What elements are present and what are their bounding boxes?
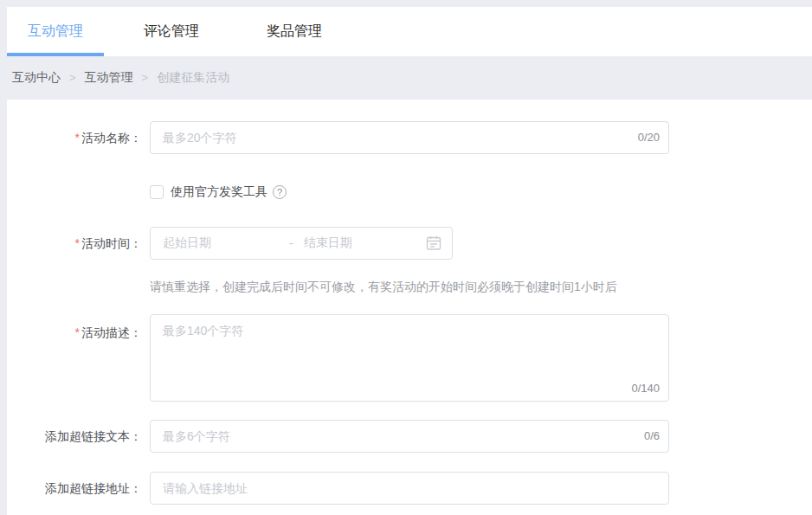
breadcrumb-interaction-management[interactable]: 互动管理 [85, 70, 133, 86]
top-tab-bar: 互动管理 评论管理 奖品管理 [7, 7, 812, 56]
end-date-field[interactable]: 结束日期 [304, 235, 426, 251]
activity-name-row: *活动名称： 0/20 [7, 121, 812, 154]
help-question-icon[interactable]: ? [273, 185, 287, 199]
hyperlink-url-input[interactable] [150, 472, 669, 505]
date-range-separator: - [289, 236, 293, 250]
official-tool-label: 使用官方发奖工具 [171, 184, 267, 200]
required-marker: * [75, 131, 80, 145]
activity-name-input[interactable] [150, 121, 669, 154]
hyperlink-text-row: 添加超链接文本： 0/6 [7, 420, 812, 453]
hyperlink-text-label: 添加超链接文本： [7, 420, 142, 453]
breadcrumb-create-activity: 创建征集活动 [157, 70, 229, 86]
activity-time-range-picker[interactable]: 起始日期 - 结束日期 [150, 227, 453, 260]
activity-time-label: *活动时间： [7, 227, 142, 260]
official-tool-checkbox[interactable] [150, 185, 164, 199]
activity-time-hint: 请慎重选择，创建完成后时间不可修改，有奖活动的开始时间必须晚于创建时间1小时后 [150, 280, 812, 295]
hyperlink-text-input[interactable] [150, 420, 669, 453]
official-tool-row: 使用官方发奖工具 ? [150, 184, 812, 200]
breadcrumb: 互动中心 > 互动管理 > 创建征集活动 [12, 55, 229, 100]
breadcrumb-separator-icon: > [142, 71, 149, 84]
activity-desc-label: *活动描述： [7, 314, 142, 341]
create-activity-form-panel: *活动名称： 0/20 使用官方发奖工具 ? *活动时间： 起始日期 - 结束日… [7, 100, 812, 515]
start-date-field[interactable]: 起始日期 [163, 235, 289, 251]
activity-time-row: *活动时间： 起始日期 - 结束日期 [7, 227, 812, 260]
breadcrumb-separator-icon: > [69, 71, 76, 84]
breadcrumb-interaction-center[interactable]: 互动中心 [12, 70, 61, 86]
hyperlink-url-row: 添加超链接地址： [7, 472, 812, 505]
tab-interaction-management[interactable]: 互动管理 [7, 7, 104, 56]
activity-desc-textarea[interactable] [150, 314, 669, 402]
hyperlink-url-label: 添加超链接地址： [7, 472, 142, 505]
required-marker: * [75, 325, 80, 339]
activity-desc-row: *活动描述： 0/140 [7, 314, 812, 402]
tab-comment-management[interactable]: 评论管理 [123, 7, 220, 56]
calendar-icon[interactable] [426, 235, 441, 251]
activity-name-label: *活动名称： [7, 121, 142, 154]
required-marker: * [75, 236, 80, 250]
tab-prize-management[interactable]: 奖品管理 [246, 7, 343, 56]
